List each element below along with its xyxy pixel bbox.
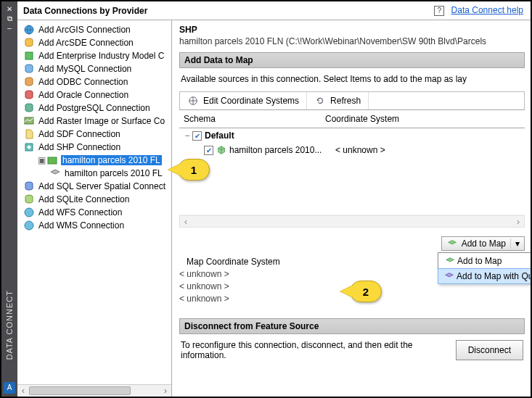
db-icon (23, 63, 35, 75)
scroll-thumb[interactable] (29, 386, 131, 395)
scroll-right-icon[interactable]: › (160, 386, 171, 396)
available-sources-text: Available sources in this connection. Se… (179, 68, 525, 91)
db-icon (23, 37, 35, 49)
checkbox[interactable]: ✔ (204, 146, 213, 155)
connection-path: hamilton parcels 2010 FLN (C:\!Work\Webi… (179, 36, 525, 46)
tree-item-hamilton-folder[interactable]: ▣hamilton parcels 2010 FL (20, 154, 171, 167)
checkbox[interactable]: ✔ (192, 131, 202, 141)
schema-item-label: hamilton parcels 2010... (226, 145, 328, 155)
db-icon (23, 89, 35, 101)
tree-item-wms[interactable]: Add WMS Connection (20, 219, 171, 232)
refresh-button[interactable]: Refresh (307, 92, 369, 109)
globe-icon (23, 207, 35, 218)
layer-icon (49, 167, 61, 179)
palette-title: DATA CONNECT (5, 290, 14, 360)
connections-tree-pane: Add ArcGIS Connection Add ArcSDE Connect… (17, 20, 172, 397)
tree-item-sdf[interactable]: Add SDF Connection (20, 128, 171, 141)
add-to-map-dropdown: Add to Map Add to Map with Query (438, 252, 531, 284)
scroll-left-icon[interactable]: ‹ (18, 386, 28, 396)
collapse-icon[interactable]: ▣ (36, 155, 46, 165)
tree-item-odbc[interactable]: Add ODBC Connection (20, 75, 171, 88)
callout-2: 2 (350, 281, 382, 302)
chevron-down-icon[interactable]: ▾ (510, 239, 520, 249)
query-icon (442, 271, 457, 281)
tree-item-wfs[interactable]: Add WFS Connection (20, 206, 171, 219)
globe-icon (23, 220, 35, 231)
tree-item-enterprise[interactable]: Add Enterprise Industry Model C (20, 49, 171, 62)
db-icon (23, 102, 35, 114)
tree-item-sqlite[interactable]: Add SQLite Connection (20, 193, 171, 206)
disconnect-button[interactable]: Disconnect (456, 340, 523, 360)
scroll-right-icon[interactable]: › (513, 217, 523, 227)
close-icon[interactable]: ✕ (1, 4, 17, 14)
dropdown-item-add-to-map[interactable]: Add to Map (438, 253, 531, 269)
schema-toolbar: Edit Coordinate Systems Refresh (179, 91, 525, 110)
panel-header: Data Connections by Provider ? Data Conn… (17, 1, 531, 20)
map-coord-system-label: Map Coordinate System (187, 257, 332, 267)
help-icon: ? (434, 6, 444, 16)
connections-tree[interactable]: Add ArcGIS Connection Add ArcSDE Connect… (17, 20, 171, 384)
tree-item-raster[interactable]: Add Raster Image or Surface Co (20, 115, 171, 128)
add-layer-icon (443, 256, 457, 266)
coord-column-header[interactable]: Coordinate System (321, 110, 404, 128)
callout-1: 1 (178, 159, 210, 181)
add-to-map-button[interactable]: Add to Map ▾ (441, 236, 525, 251)
svg-rect-2 (25, 52, 33, 59)
feature-class-icon (216, 145, 226, 155)
app-logo-icon: A (4, 382, 15, 394)
disconnect-section-header: Disconnect from Feature Source (179, 318, 525, 334)
add-data-section-header: Add Data to Map (179, 52, 525, 68)
svg-point-12 (25, 221, 33, 230)
tree-item-mysql[interactable]: Add MySQL Connection (20, 62, 171, 75)
refresh-icon (314, 95, 326, 107)
globe-icon (187, 95, 199, 107)
enterprise-icon (23, 50, 35, 62)
globe-icon (23, 24, 35, 36)
schema-list[interactable]: − ✔ Default ✔ hamilton parcels 2010... <… (179, 128, 525, 215)
panel-title: Data Connections by Provider (23, 6, 434, 16)
tree-item-arcsde[interactable]: Add ArcSDE Connection (20, 36, 171, 49)
tree-horizontal-scrollbar[interactable]: ‹ › (17, 384, 171, 397)
disconnect-text: To reconfigure this connection, disconne… (181, 340, 456, 360)
shp-icon (23, 141, 35, 153)
details-pane: SHP hamilton parcels 2010 FLN (C:\!Work\… (172, 20, 531, 397)
help-link[interactable]: Data Connect help (451, 5, 523, 15)
schema-default-label: Default (205, 130, 234, 141)
map-coord-values: < unknown > < unknown > < unknown > (179, 268, 332, 305)
collapse-icon[interactable]: − (182, 130, 192, 141)
scroll-left-icon[interactable]: ‹ (181, 217, 191, 227)
tree-item-hamilton-layer[interactable]: hamilton parcels 2010 FL (20, 167, 171, 180)
svg-rect-8 (48, 157, 57, 164)
help-link-wrap: ? Data Connect help (434, 5, 523, 16)
raster-icon (23, 115, 35, 127)
provider-title: SHP (179, 25, 525, 35)
svg-point-11 (25, 208, 33, 217)
db-icon (23, 194, 35, 205)
schema-item-coord: < unknown > (328, 145, 385, 155)
file-icon (23, 128, 35, 140)
edit-coordinate-systems-button[interactable]: Edit Coordinate Systems (180, 92, 307, 109)
db-icon (23, 181, 35, 192)
palette-strip: ✕ ⧉ – DATA CONNECT A (1, 1, 17, 397)
folder-icon (46, 154, 58, 166)
tree-item-sqlserver[interactable]: Add SQL Server Spatial Connect (20, 180, 171, 193)
schema-table-header: Schema Coordinate System (179, 110, 525, 128)
tree-item-shp[interactable]: Add SHP Connection (20, 141, 171, 154)
restore-icon[interactable]: ⧉ (1, 14, 17, 23)
dropdown-item-add-with-query[interactable]: Add to Map with Query (438, 268, 531, 284)
add-layer-icon (446, 239, 458, 249)
tree-item-arcgis[interactable]: Add ArcGIS Connection (20, 23, 171, 36)
schema-column-header[interactable]: Schema (179, 110, 321, 128)
tree-item-oracle[interactable]: Add Oracle Connection (20, 88, 171, 101)
list-horizontal-scrollbar[interactable]: ‹ › (179, 215, 525, 228)
db-icon (23, 76, 35, 88)
minimize-icon[interactable]: – (1, 23, 17, 33)
tree-item-postgres[interactable]: Add PostgreSQL Connection (20, 101, 171, 115)
